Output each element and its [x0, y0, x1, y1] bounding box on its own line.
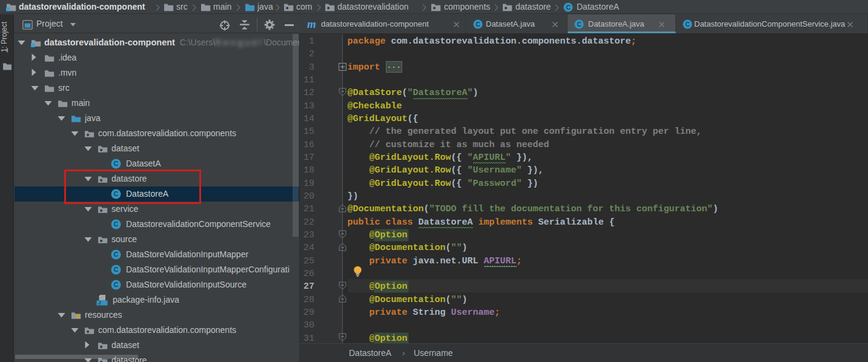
svg-text:C: C	[114, 266, 119, 273]
svg-text:C: C	[566, 4, 570, 11]
svg-text:C: C	[577, 21, 581, 27]
svg-text:C: C	[114, 160, 119, 167]
svg-text:C: C	[114, 281, 119, 288]
svg-text:C: C	[685, 21, 689, 27]
svg-text:C: C	[114, 220, 119, 228]
svg-text:C: C	[114, 251, 119, 258]
svg-text:C: C	[475, 21, 480, 27]
svg-text:J: J	[98, 300, 101, 306]
